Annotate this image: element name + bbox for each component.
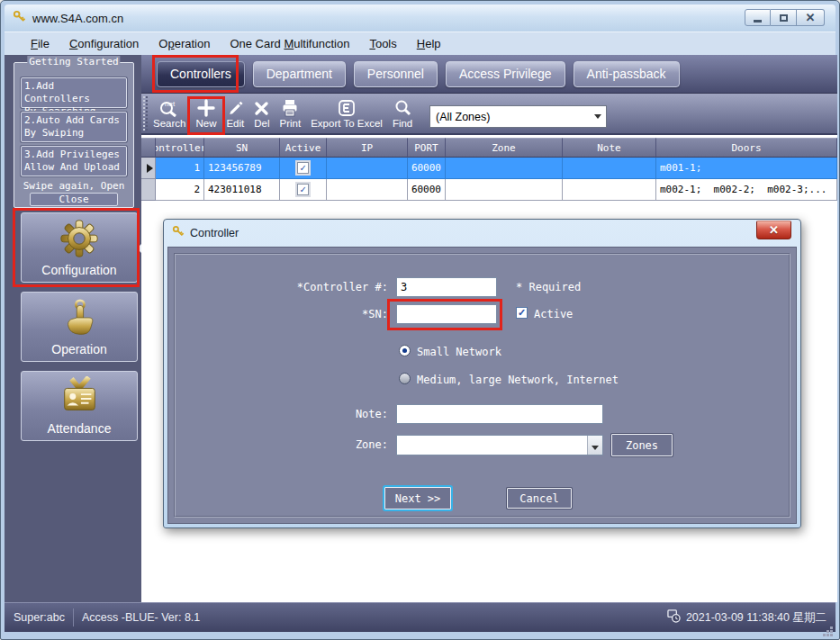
maximize-icon xyxy=(780,14,788,22)
logged-in-user: Super:abc xyxy=(14,611,65,624)
column-header-active[interactable]: Active xyxy=(280,138,327,158)
tab-department[interactable]: Department xyxy=(253,61,346,87)
row-selector-cell[interactable] xyxy=(141,179,156,201)
step2-auto-add-cards-button[interactable]: 2.Auto Add CardsBy Swiping xyxy=(21,112,127,142)
cell-note[interactable] xyxy=(563,179,656,201)
cell-port[interactable]: 60000 xyxy=(408,158,446,179)
cell-active[interactable]: ✓ xyxy=(280,158,327,179)
zones-button[interactable]: Zones xyxy=(611,434,673,456)
toolbar-grip[interactable] xyxy=(143,96,148,131)
column-header-controller[interactable]: Controller# xyxy=(156,138,204,158)
sidebar-item-attendance[interactable]: Attendance xyxy=(21,371,138,441)
cell-controller[interactable]: 2 xyxy=(156,179,204,201)
id-card-icon xyxy=(59,376,100,420)
gear-icon xyxy=(59,218,100,262)
column-header-selector[interactable] xyxy=(141,138,156,158)
table-row[interactable]: 1 123456789 ✓ 60000 m001-1; xyxy=(141,158,837,179)
print-button[interactable]: Print xyxy=(276,95,305,133)
controller-number-label: *Controller #: xyxy=(253,281,388,293)
printer-icon xyxy=(281,98,299,118)
cell-ip[interactable] xyxy=(327,179,408,201)
active-checkbox[interactable]: ✓ xyxy=(297,162,309,174)
controllers-grid: Controller# SN Active IP PORT Zone Note … xyxy=(141,138,837,201)
controller-number-field[interactable] xyxy=(396,277,497,297)
cell-doors[interactable]: m001-1; xyxy=(656,158,837,179)
dialog-close-button[interactable]: ✕ xyxy=(756,221,791,239)
status-datetime: 2021-03-09 11:38:40 星期二 xyxy=(686,610,826,626)
step1-add-controllers-button[interactable]: 1.Add ControllersBy Searching xyxy=(21,77,127,108)
cell-note[interactable] xyxy=(563,158,656,179)
cell-port[interactable]: 60000 xyxy=(408,179,446,201)
tab-controllers[interactable]: Controllers xyxy=(157,61,245,87)
zone-filter-dropdown[interactable]: (All Zones) xyxy=(429,105,607,128)
active-checkbox[interactable]: ✓ xyxy=(297,184,309,195)
cell-zone[interactable] xyxy=(446,158,563,179)
menu-file[interactable]: File xyxy=(21,33,59,54)
tab-access-privilege[interactable]: Access Privilege xyxy=(446,61,565,87)
toolbar: net Search New Edit xyxy=(141,94,837,135)
cell-sn[interactable]: 423011018 xyxy=(204,179,280,201)
chevron-down-icon[interactable] xyxy=(590,106,606,127)
column-header-sn[interactable]: SN xyxy=(204,138,280,158)
getting-started-close-button[interactable]: Close xyxy=(30,193,118,206)
export-to-excel-button[interactable]: Export To Excel xyxy=(307,95,386,133)
small-network-radio[interactable] xyxy=(399,345,411,356)
small-network-label: Small Network xyxy=(417,346,501,358)
step3-add-privileges-button[interactable]: 3.Add PrivilegesAllow And Upload xyxy=(21,146,127,176)
cell-ip[interactable] xyxy=(327,158,408,179)
active-checkbox[interactable]: ✓ xyxy=(516,307,528,319)
note-field[interactable] xyxy=(396,404,603,424)
cell-zone[interactable] xyxy=(446,179,563,201)
row-selector-cell[interactable] xyxy=(141,158,156,179)
zone-dropdown-value xyxy=(397,436,587,455)
menu-bar: File Configuration Operation One Card Mu… xyxy=(5,32,835,55)
key-icon xyxy=(172,225,185,241)
close-button[interactable]: ✕ xyxy=(797,9,825,26)
tab-anti-passback[interactable]: Anti-passback xyxy=(574,61,680,87)
search-button[interactable]: net Search xyxy=(149,95,189,133)
maximize-button[interactable] xyxy=(771,9,797,26)
medium-large-network-radio[interactable] xyxy=(399,373,411,384)
dialog-body: *Controller #: * Required *SN: ✓ Active … xyxy=(167,247,797,524)
hand-press-icon xyxy=(59,297,99,341)
delete-button[interactable]: Del xyxy=(250,95,273,133)
sidebar-item-configuration[interactable]: Configuration xyxy=(21,212,138,283)
cancel-button[interactable]: Cancel xyxy=(507,488,572,509)
column-header-port[interactable]: PORT xyxy=(408,138,446,158)
column-header-doors[interactable]: Doors xyxy=(656,138,837,158)
menu-configuration[interactable]: Configuration xyxy=(59,33,149,54)
sidebar-item-operation[interactable]: Operation xyxy=(21,292,138,362)
new-button[interactable]: New xyxy=(192,95,220,133)
zone-dropdown[interactable] xyxy=(396,435,603,455)
cell-doors[interactable]: m002-1; m002-2; m002-3;... xyxy=(656,179,837,201)
application-window: www.S4A.com.cn ✕ File Configuration Oper… xyxy=(0,0,840,640)
find-button[interactable]: Find xyxy=(389,95,416,133)
dialog-title: Controller xyxy=(190,227,239,239)
menu-operation[interactable]: Operation xyxy=(149,33,220,54)
menu-help[interactable]: Help xyxy=(407,33,451,54)
sidebar-item-label: Configuration xyxy=(41,263,116,277)
column-header-note[interactable]: Note xyxy=(563,138,656,158)
edit-button[interactable]: Edit xyxy=(222,95,248,133)
delete-x-icon xyxy=(254,98,269,118)
tab-personnel[interactable]: Personnel xyxy=(354,61,438,87)
table-row[interactable]: 2 423011018 ✓ 60000 m002-1; m002-2; m002… xyxy=(141,179,837,201)
required-note: * Required xyxy=(516,281,581,293)
next-button[interactable]: Next >> xyxy=(384,487,451,509)
menu-tools[interactable]: Tools xyxy=(359,33,406,54)
cell-sn[interactable]: 123456789 xyxy=(204,158,280,179)
medium-large-network-label: Medium, large Network, Internet xyxy=(417,374,619,386)
chevron-down-icon[interactable] xyxy=(587,436,602,455)
minimize-button[interactable] xyxy=(745,9,771,26)
resize-grip[interactable] xyxy=(830,626,833,629)
sn-field[interactable] xyxy=(396,304,497,324)
column-header-zone[interactable]: Zone xyxy=(446,138,563,158)
statusbar-divider xyxy=(73,608,74,626)
menu-one-card-multifunction[interactable]: One Card Multifunction xyxy=(220,33,359,54)
cell-controller[interactable]: 1 xyxy=(156,158,204,179)
cell-active[interactable]: ✓ xyxy=(280,179,327,201)
column-header-ip[interactable]: IP xyxy=(327,138,408,158)
window-title: www.S4A.com.cn xyxy=(32,12,123,25)
find-icon xyxy=(393,98,411,118)
sidebar-item-label: Attendance xyxy=(48,421,112,436)
